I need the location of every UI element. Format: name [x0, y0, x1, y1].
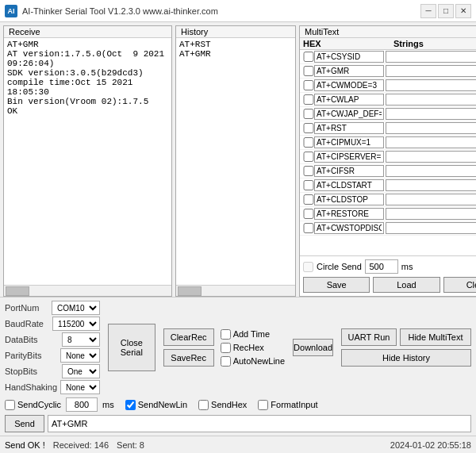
mt-hex-input-0[interactable]: [314, 51, 384, 63]
rec-hex-checkbox[interactable]: [221, 343, 231, 353]
mt-row-checkbox-0[interactable]: [303, 52, 314, 62]
send-cyclic-input[interactable]: [66, 397, 98, 412]
multitext-rows: 1 2 3 4 5 6: [300, 50, 476, 255]
mt-hex-input-5[interactable]: [314, 122, 384, 134]
paritybits-row: ParityBits None: [5, 348, 100, 363]
stopbits-label: StopBits: [5, 367, 59, 376]
maximize-button[interactable]: □: [438, 4, 454, 18]
add-time-row: Add Time: [221, 329, 285, 340]
mt-strings-input-2[interactable]: [386, 79, 476, 91]
mt-row-checkbox-5[interactable]: [303, 123, 314, 133]
auto-newline-checkbox[interactable]: [221, 356, 231, 367]
mt-hex-input-10[interactable]: [314, 194, 384, 205]
mt-strings-input-8[interactable]: [386, 165, 476, 177]
hide-history-button[interactable]: Hide History: [341, 349, 471, 367]
window-title: AI-Thinker Serial Tool V1.2.3.0 www.ai-t…: [22, 6, 218, 16]
mt-row-checkbox-1[interactable]: [303, 66, 314, 76]
paritybits-select[interactable]: None: [60, 348, 100, 363]
send-newline-checkbox[interactable]: [125, 400, 136, 410]
mt-strings-input-4[interactable]: [386, 108, 476, 120]
mt-strings-input-10[interactable]: [386, 194, 476, 205]
baudrate-select[interactable]: 115200: [52, 317, 100, 331]
history-panel-title: History: [176, 26, 295, 38]
mt-strings-input-5[interactable]: [386, 122, 476, 134]
receive-panel: Receive AT+GMR AT version:1.7.5.0(Oct 9 …: [3, 25, 172, 297]
send-button[interactable]: Send: [5, 415, 44, 432]
mt-hex-input-3[interactable]: [314, 94, 384, 106]
circle-send-checkbox[interactable]: [303, 262, 313, 272]
mt-strings-input-7[interactable]: [386, 151, 476, 163]
right-buttons: UART Run Hide MultiText Hide History: [341, 328, 471, 367]
hide-multitext-button[interactable]: Hide MultiText: [400, 328, 471, 346]
mt-hex-input-6[interactable]: [314, 136, 384, 148]
title-controls: ─ □ ✕: [420, 4, 471, 18]
save-rec-button[interactable]: SaveRec: [163, 349, 214, 367]
uart-run-button[interactable]: UART Run: [341, 328, 397, 346]
mt-row-checkbox-8[interactable]: [303, 166, 314, 176]
mt-hex-input-8[interactable]: [314, 165, 384, 177]
databits-select[interactable]: 8: [62, 332, 100, 347]
mt-row-checkbox-2[interactable]: [303, 80, 314, 90]
add-time-checkbox[interactable]: [221, 329, 231, 340]
close-serial-button[interactable]: Close Serial: [108, 324, 155, 371]
mt-row-checkbox-7[interactable]: [303, 152, 314, 162]
checkboxes-col: Add Time RecHex AutoNewLine: [221, 329, 285, 367]
mt-row-checkbox-12[interactable]: [303, 223, 314, 233]
mt-strings-input-0[interactable]: [386, 51, 476, 63]
mt-hex-input-4[interactable]: [314, 108, 384, 120]
format-input-checkbox[interactable]: [258, 400, 268, 410]
send-input[interactable]: [48, 415, 471, 432]
mt-hex-input-1[interactable]: [314, 65, 384, 77]
mt-row-checkbox-4[interactable]: [303, 109, 314, 119]
ms-label2: ms: [102, 400, 114, 409]
datetime-status: 2024-01-02 20:55:18: [390, 440, 471, 450]
stopbits-select[interactable]: One: [62, 364, 100, 378]
handshaking-select[interactable]: None: [60, 380, 100, 394]
clear-rec-button[interactable]: ClearRec: [163, 328, 214, 346]
receive-hscrollbar[interactable]: [4, 285, 171, 296]
minimize-button[interactable]: ─: [420, 4, 436, 18]
format-input-label: FormatInput: [271, 400, 317, 409]
controls-row2: SendCyclic ms SendNewLin SendHex FormatI…: [5, 397, 471, 412]
panels-row: Receive AT+GMR AT version:1.7.5.0(Oct 9 …: [0, 22, 476, 297]
mt-hex-input-2[interactable]: [314, 79, 384, 91]
load-button[interactable]: Load: [373, 277, 440, 293]
clear-button[interactable]: Clear: [443, 277, 476, 293]
mt-strings-input-1[interactable]: [386, 65, 476, 77]
send-cyclic-checkbox[interactable]: [5, 400, 15, 410]
mt-strings-input-9[interactable]: [386, 179, 476, 191]
mt-row-checkbox-9[interactable]: [303, 180, 314, 190]
mt-strings-input-11[interactable]: [386, 208, 476, 220]
multitext-row: 5: [300, 107, 476, 121]
send-hex-checkbox[interactable]: [198, 400, 209, 410]
mt-col-hex: HEX: [303, 39, 393, 48]
circle-send-label: Circle Send: [317, 262, 362, 271]
mt-hex-input-12[interactable]: [314, 222, 384, 234]
portnum-select[interactable]: COM10: [52, 301, 100, 315]
mt-strings-input-3[interactable]: [386, 94, 476, 106]
mt-hex-input-9[interactable]: [314, 179, 384, 191]
controls-row3: Send: [5, 415, 471, 432]
mt-hex-input-7[interactable]: [314, 151, 384, 163]
history-hscrollbar[interactable]: [176, 285, 295, 296]
mt-strings-input-6[interactable]: [386, 136, 476, 148]
mt-row-checkbox-11[interactable]: [303, 209, 314, 219]
close-button[interactable]: ✕: [455, 4, 471, 18]
mt-strings-input-12[interactable]: [386, 222, 476, 234]
portnum-label: PortNum: [5, 303, 48, 313]
multitext-row: 11: [300, 193, 476, 207]
mt-row-checkbox-6[interactable]: [303, 137, 314, 148]
download-button[interactable]: Download: [293, 339, 333, 356]
circle-send-input[interactable]: [365, 259, 398, 274]
mt-row-checkbox-3[interactable]: [303, 94, 314, 105]
save-button[interactable]: Save: [303, 277, 370, 293]
mt-row-checkbox-10[interactable]: [303, 194, 314, 205]
history-content[interactable]: AT+RST AT+GMR: [176, 38, 295, 285]
multitext-panel: MultiText HEX Strings Send 1 2 3: [299, 25, 476, 297]
multitext-row: 12: [300, 207, 476, 221]
multitext-header: HEX Strings Send: [300, 38, 476, 50]
receive-content[interactable]: AT+GMR AT version:1.7.5.0(Oct 9 2021 09:…: [4, 38, 171, 285]
format-input-row: FormatInput: [258, 400, 317, 410]
send-cyclic-label: SendCyclic: [17, 400, 61, 409]
mt-hex-input-11[interactable]: [314, 208, 384, 220]
